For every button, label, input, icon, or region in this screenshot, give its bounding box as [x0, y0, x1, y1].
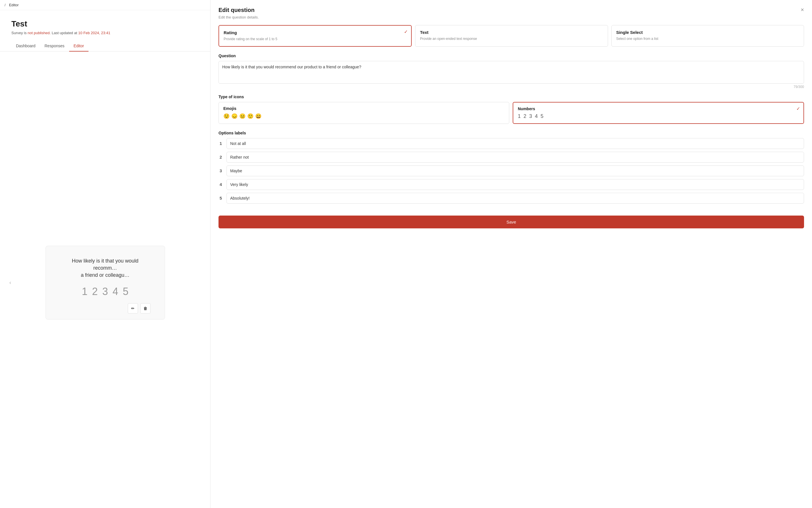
delete-question-button[interactable]: 🗑: [140, 303, 150, 313]
tab-dashboard[interactable]: Dashboard: [11, 41, 40, 51]
option-input-4[interactable]: [227, 179, 804, 190]
numbers-check-icon: ✓: [796, 106, 800, 111]
survey-date: 10 Feb 2024, 23:41: [78, 31, 110, 35]
panel-header: Edit question ×: [219, 7, 804, 13]
options-section: Options labels 1 2 3 4 5: [219, 131, 804, 206]
right-panel: Edit question × Edit the question detail…: [210, 0, 812, 508]
type-card-text[interactable]: Text Provide an open-ended text response: [415, 25, 608, 47]
emojis-title: Emojis: [223, 106, 505, 111]
preview-numbers: 1 2 3 4 5: [60, 286, 150, 298]
type-card-select-desc: Select one option from a list: [616, 36, 799, 41]
left-content: Test Survey is not published. Last updat…: [0, 10, 210, 57]
option-input-3[interactable]: [227, 165, 804, 176]
type-card-select-title: Single Select: [616, 30, 799, 35]
option-input-1[interactable]: [227, 138, 804, 149]
emoji-row: 😟 😞 😐 🙂 😄: [223, 113, 505, 119]
type-card-rating-title: Rating: [224, 30, 407, 35]
icon-type-numbers[interactable]: ✓ Numbers 1 2 3 4 5: [513, 102, 804, 124]
type-card-text-desc: Provide an open-ended text response: [420, 36, 603, 41]
tab-editor[interactable]: Editor: [69, 41, 89, 51]
icon-type-cards: Emojis 😟 😞 😐 🙂 😄 ✓ Numbers 1 2 3 4 5: [219, 102, 804, 124]
question-label: Question: [219, 53, 804, 58]
options-label: Options labels: [219, 131, 804, 135]
option-input-5[interactable]: [227, 193, 804, 204]
option-number-5: 5: [219, 196, 223, 201]
type-card-rating-desc: Provide rating on the scale of 1 to 5: [224, 37, 407, 42]
option-number-4: 4: [219, 182, 223, 187]
type-cards: ✓ Rating Provide rating on the scale of …: [219, 25, 804, 47]
icon-type-emojis[interactable]: Emojis 😟 😞 😐 🙂 😄: [219, 102, 509, 124]
preview-area: ‹ How likely is it that you would recomm…: [0, 57, 210, 508]
char-count: 79/300: [219, 85, 804, 89]
option-number-3: 3: [219, 168, 223, 173]
option-row-1: 1: [219, 138, 804, 149]
icons-label: Type of icons: [219, 94, 804, 99]
option-input-2[interactable]: [227, 152, 804, 163]
type-card-single-select[interactable]: Single Select Select one option from a l…: [611, 25, 804, 47]
panel-subtitle: Edit the question details.: [219, 15, 804, 19]
option-row-3: 3: [219, 165, 804, 176]
edit-question-button[interactable]: ✏: [128, 303, 138, 313]
meta-suffix: Last updated at: [52, 31, 78, 35]
option-number-1: 1: [219, 141, 223, 146]
left-panel: / Editor Test Survey is not published. L…: [0, 0, 210, 508]
option-row-2: 2: [219, 152, 804, 163]
type-card-rating[interactable]: ✓ Rating Provide rating on the scale of …: [219, 25, 412, 47]
survey-title: Test: [11, 19, 199, 29]
survey-meta: Survey is not published. Last updated at…: [11, 31, 199, 35]
breadcrumb-current: Editor: [9, 3, 19, 7]
save-button[interactable]: Save: [219, 216, 804, 228]
option-number-2: 2: [219, 155, 223, 160]
tab-responses[interactable]: Responses: [40, 41, 69, 51]
prev-arrow[interactable]: ‹: [6, 278, 15, 287]
nav-tabs: Dashboard Responses Editor: [0, 41, 210, 51]
numbers-row: 1 2 3 4 5: [518, 113, 799, 119]
question-textarea[interactable]: How likely is it that you would recommen…: [219, 61, 804, 84]
option-row-4: 4: [219, 179, 804, 190]
breadcrumb-separator: /: [5, 3, 6, 7]
meta-prefix: Survey is: [11, 31, 27, 35]
preview-card: How likely is it that you would recomm…a…: [46, 246, 165, 320]
rating-check-icon: ✓: [404, 29, 408, 35]
panel-title: Edit question: [219, 7, 255, 13]
option-row-5: 5: [219, 193, 804, 204]
close-button[interactable]: ×: [801, 7, 804, 12]
preview-actions: ✏ 🗑: [60, 303, 150, 313]
breadcrumb: / Editor: [0, 0, 210, 10]
survey-status: not published.: [28, 31, 51, 35]
type-card-text-title: Text: [420, 30, 603, 35]
preview-question: How likely is it that you would recomm…a…: [60, 257, 150, 279]
numbers-title: Numbers: [518, 107, 799, 111]
